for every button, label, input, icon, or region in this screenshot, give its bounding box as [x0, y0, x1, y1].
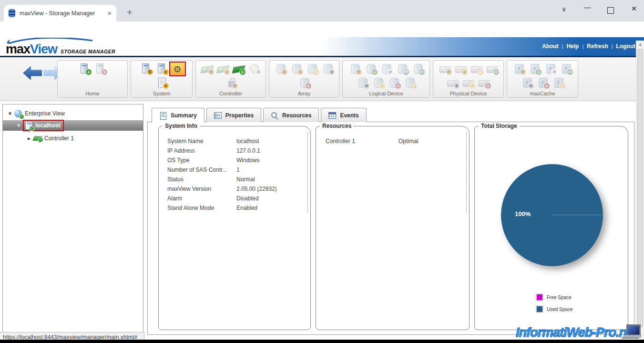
doc-tab-icon [159, 112, 166, 119]
no-badge-icon: ⊘ [256, 69, 261, 75]
tree-navigation-arrows [23, 66, 62, 80]
info-label: Status [167, 176, 236, 183]
info-value: Disabled [236, 195, 259, 202]
ribbon-group-icons: ⚙×⊙IO◆⚡× [435, 62, 502, 90]
status-ok-badge: ✓ [30, 126, 34, 131]
tab-close-icon[interactable]: × [107, 10, 112, 17]
scroll-up-arrow-icon[interactable]: ▲ [636, 42, 644, 46]
header-links: About | Help | Refresh | Logout [542, 43, 635, 50]
window-maximize-button[interactable] [607, 7, 614, 14]
ribbon-group-controller: ⚙×◎⊘⚙Controller [195, 60, 266, 98]
info-value: localhost [236, 138, 259, 145]
ribbon-group-icons: ⚙×⚙× [133, 62, 191, 90]
system-cancel-tasks-button[interactable]: × [154, 62, 169, 75]
add-system-button[interactable]: + [77, 62, 92, 75]
tree-item-localhost-selected[interactable]: ▼ ✓ localhost [3, 120, 143, 131]
ribbon-group-icons: ⚙×◎⊘⚙ [197, 62, 264, 90]
logout-link[interactable]: Logout [616, 43, 635, 50]
info-label: Number of SAS Contr... [167, 166, 236, 173]
tab-search-chevron-icon[interactable]: ∨ [562, 5, 566, 13]
pow-badge-icon: ⊙ [478, 69, 483, 75]
navigate-back-arrow-icon[interactable] [23, 66, 42, 80]
logical-settings-button: ⚙ [348, 62, 362, 75]
silence-alarm-button: ⊘ [247, 62, 262, 75]
logical-migrate-button: ⇄ [379, 62, 394, 75]
system-info-panel: System Info System NamelocalhostIP Addre… [158, 126, 311, 330]
window-close-button[interactable]: × [627, 3, 641, 14]
ham-badge-icon: ◆ [329, 69, 335, 75]
agent-settings-button[interactable]: ⚙ [170, 62, 185, 75]
agent-settings-icon: ⚙ [170, 62, 185, 75]
ribbon-group-label: System [131, 91, 192, 96]
add-badge-icon: + [86, 69, 92, 75]
ribbon-group-label: Array [269, 91, 339, 96]
add-badge-icon: + [372, 69, 378, 75]
physical-io-button: IO [485, 62, 500, 75]
maxcache-delete-button: × [535, 76, 550, 89]
tab-label: Resources [282, 112, 311, 119]
bottom-black-bar [0, 340, 644, 343]
tree-item-controller-1[interactable]: ▶ ✓ Controller 1 [3, 133, 143, 144]
resource-status: Optimal [399, 138, 418, 145]
tab-summary[interactable]: Summary [152, 108, 204, 123]
info-row: OS TypeWindows [167, 156, 303, 165]
scrollbar-thumb[interactable] [637, 49, 643, 327]
caret-down-icon[interactable]: ▼ [9, 112, 14, 116]
legend-item: Used Space [536, 305, 572, 313]
browser-tab[interactable]: maxView - Storage Manager × [4, 5, 116, 21]
total-storage-panel: Total Storage 100% Free SpaceUsed Space [474, 126, 628, 330]
new-tab-button[interactable]: + [123, 6, 136, 19]
gear-badge-icon: ⚙ [208, 69, 214, 75]
page-scrollbar[interactable]: ▲ ▼ [636, 41, 644, 340]
panel-title: System Info [163, 123, 200, 129]
info-label: System Name [167, 138, 236, 145]
tab-events[interactable]: Events [321, 108, 366, 122]
about-link[interactable]: About [542, 43, 559, 50]
tab-properties[interactable]: Properties [206, 108, 261, 122]
array-delete-button: × [297, 76, 312, 89]
window-minimize-button[interactable]: — [581, 3, 594, 11]
ribbon-group-icons: ⚙×↻◆× [271, 62, 337, 90]
info-label: Stand Alone Mode [167, 205, 236, 211]
gear-badge-icon: ⚙ [232, 83, 238, 89]
help-link[interactable]: Help [566, 43, 579, 50]
array-rebuild-button: ◆ [320, 62, 335, 75]
tree-item-label[interactable]: Controller 1 [44, 135, 74, 142]
tree-item-enterprise-view[interactable]: ▼ ✓ Enterprise View [3, 108, 143, 119]
maxcache-io-button: IO [559, 62, 573, 75]
clear-logs-button[interactable]: × [154, 76, 169, 89]
refresh-link[interactable]: Refresh [587, 43, 608, 50]
controller-cancel-tasks-button: × [215, 62, 230, 75]
caret-down-icon[interactable]: ▼ [17, 124, 23, 128]
pie-slice-boundary [552, 215, 603, 215]
zap-badge-icon: ⚡ [470, 83, 475, 89]
tab-title: maxView - Storage Manager [20, 10, 107, 17]
array-modify-button: ↻ [305, 62, 319, 75]
system-settings-button[interactable]: ⚙ [139, 62, 153, 75]
io-badge-icon: IO [493, 69, 499, 75]
del-badge-icon: × [163, 69, 169, 75]
info-label: OS Type [167, 157, 236, 164]
tab-resources[interactable]: Resources [263, 108, 319, 122]
err-badge-icon: × [544, 83, 550, 89]
controller-card-icon: ✓ [32, 136, 42, 141]
ribbon-group-logical-device: ⚙+⇄MIO◆⚡×⊙Logical Device [342, 60, 430, 98]
info-row: IP Address127.0.0.1 [167, 146, 303, 156]
gear-badge-icon: ⚙ [520, 69, 526, 75]
controller-locate-button[interactable]: ◎ [231, 62, 246, 75]
tree-item-label[interactable]: Enterprise View [25, 110, 65, 117]
info-value: Windows [236, 157, 260, 164]
tab-label: Properties [225, 112, 254, 119]
del-badge-icon: × [163, 83, 169, 89]
pow-badge-icon: ⊙ [411, 83, 417, 89]
physical-delete-button: × [477, 76, 491, 89]
cal-tab-icon [328, 112, 336, 119]
tab-label: Summary [171, 112, 197, 119]
info-row: StatusNormal [167, 175, 303, 184]
resource-row[interactable]: Controller 1Optimal [326, 136, 461, 146]
legend-label: Free Space [547, 295, 572, 300]
ribbon-group-array: ⚙×↻◆×Array [269, 60, 339, 98]
tree-item-label[interactable]: localhost [35, 122, 61, 129]
info-label: IP Address [167, 147, 236, 154]
logo-view-text: View [30, 42, 57, 57]
